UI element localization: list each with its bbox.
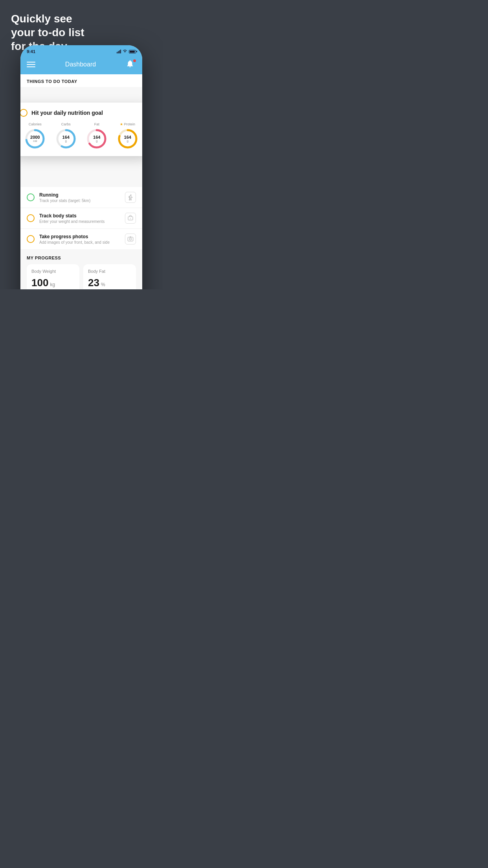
- nutrition-row: Calories 2000 cal: [20, 122, 142, 150]
- carbs-unit: g: [62, 140, 70, 143]
- nutrition-calories: Calories 2000 cal: [24, 122, 46, 150]
- body-stats-circle: [27, 214, 35, 222]
- hero-line2: your to-do list: [11, 26, 84, 39]
- running-title: Running: [39, 192, 120, 198]
- protein-label: Protein: [124, 122, 135, 126]
- svg-point-11: [129, 238, 131, 240]
- card-check-circle: [20, 109, 28, 117]
- phone-mockup: 9:41: [20, 45, 142, 289]
- hero-line1: Quickly see: [11, 12, 84, 26]
- photos-subtitle: Add images of your front, back, and side: [39, 240, 120, 245]
- running-circle: [27, 193, 35, 201]
- body-weight-unit: kg: [50, 282, 55, 287]
- photos-title: Take progress photos: [39, 234, 120, 239]
- calories-circle: 2000 cal: [24, 128, 46, 150]
- status-bar: 9:41: [20, 45, 142, 56]
- progress-section: MY PROGRESS Body Weight 100 kg: [20, 249, 142, 289]
- things-to-do-header: THINGS TO DO TODAY: [20, 74, 142, 87]
- body-weight-value-row: 100 kg: [31, 277, 75, 289]
- calories-unit: cal: [30, 140, 40, 143]
- calories-label: Calories: [29, 122, 42, 126]
- body-fat-card: Body Fat 23 %: [83, 264, 136, 289]
- status-time: 9:41: [27, 49, 35, 54]
- photos-text: Take progress photos Add images of your …: [39, 234, 120, 245]
- nutrition-protein: ★ Protein 164 g: [117, 122, 139, 150]
- protein-circle: 164 g: [117, 128, 139, 150]
- todo-item-body-stats[interactable]: Track body stats Enter your weight and m…: [20, 208, 142, 229]
- running-text: Running Track your stats (target: 5km): [39, 192, 120, 203]
- body-stats-subtitle: Enter your weight and measurements: [39, 219, 120, 224]
- status-icons: [117, 49, 136, 54]
- hamburger-menu[interactable]: [27, 62, 35, 67]
- photo-icon: [125, 234, 136, 245]
- body-fat-value-row: 23 %: [88, 277, 131, 289]
- fat-unit: g: [93, 140, 100, 143]
- body-weight-value: 100: [31, 277, 48, 289]
- body-fat-label: Body Fat: [88, 269, 131, 274]
- body-fat-unit: %: [101, 282, 105, 287]
- todo-item-photos[interactable]: Take progress photos Add images of your …: [20, 229, 142, 249]
- carbs-circle: 164 g: [55, 128, 77, 150]
- scale-icon: [125, 213, 136, 224]
- protein-unit: g: [124, 140, 131, 143]
- card-title-row: Hit your daily nutrition goal: [20, 109, 142, 117]
- body-weight-label: Body Weight: [31, 269, 75, 274]
- running-icon: [125, 192, 136, 203]
- app-header: Dashboard: [20, 56, 142, 74]
- todo-list: Running Track your stats (target: 5km) T…: [20, 187, 142, 249]
- page-wrapper: Quickly see your to-do list for the day.…: [0, 0, 163, 289]
- svg-rect-10: [128, 237, 133, 241]
- fat-label: Fat: [94, 122, 99, 126]
- signal-icon: [117, 50, 121, 53]
- nutrition-carbs: Carbs 164 g: [55, 122, 77, 150]
- todo-item-running[interactable]: Running Track your stats (target: 5km): [20, 187, 142, 208]
- wifi-icon: [123, 49, 127, 54]
- fat-circle: 164 g: [86, 128, 108, 150]
- star-icon: ★: [120, 122, 123, 126]
- card-title: Hit your daily nutrition goal: [31, 110, 103, 116]
- body-weight-card: Body Weight 100 kg: [27, 264, 79, 289]
- nutrition-card: Hit your daily nutrition goal Calories: [20, 103, 142, 156]
- notification-dot: [133, 59, 136, 62]
- photos-circle: [27, 235, 35, 243]
- notification-bell[interactable]: [126, 59, 136, 70]
- body-stats-text: Track body stats Enter your weight and m…: [39, 213, 120, 224]
- header-title: Dashboard: [65, 61, 96, 68]
- progress-header: MY PROGRESS: [27, 256, 136, 260]
- phone-content: THINGS TO DO TODAY Hit your daily nutrit…: [20, 74, 142, 289]
- nutrition-fat: Fat 164 g: [86, 122, 108, 150]
- carbs-label: Carbs: [61, 122, 71, 126]
- battery-icon: [129, 50, 136, 53]
- running-subtitle: Track your stats (target: 5km): [39, 199, 120, 203]
- body-fat-value: 23: [88, 277, 99, 289]
- progress-cards: Body Weight 100 kg Body Fat: [27, 264, 136, 289]
- body-stats-title: Track body stats: [39, 213, 120, 219]
